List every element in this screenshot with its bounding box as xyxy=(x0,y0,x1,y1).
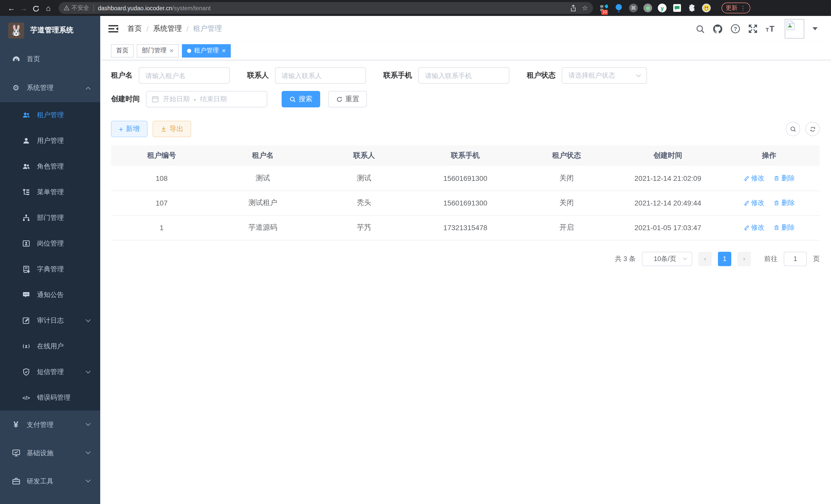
user-avatar[interactable] xyxy=(785,19,804,38)
extension-kite-icon[interactable] xyxy=(614,3,623,12)
font-size-icon[interactable]: TT xyxy=(765,24,778,33)
date-range-picker[interactable]: 开始日期 - 结束日期 xyxy=(146,91,267,108)
sidebar-item-label: 研发工具 xyxy=(27,476,53,486)
cell-status: 关闭 xyxy=(516,190,617,215)
users-icon xyxy=(22,162,31,171)
bookmark-star-icon[interactable]: ☆ xyxy=(582,4,588,12)
sidebar-item-system[interactable]: ⚙ 系统管理 xyxy=(0,73,100,102)
avatar-dropdown-caret-icon[interactable] xyxy=(812,27,818,30)
app-logo[interactable]: 🐰 芋道管理系统 xyxy=(0,16,100,45)
tab-tenant[interactable]: 租户管理 × xyxy=(182,44,231,57)
sidebar-item-label: 错误码管理 xyxy=(37,393,70,402)
sidebar-item-notice[interactable]: 通知公告 xyxy=(0,282,100,308)
close-icon[interactable]: × xyxy=(170,47,173,55)
cell-id: 1 xyxy=(111,215,212,240)
export-button[interactable]: 导出 xyxy=(153,121,191,137)
header-search-icon[interactable] xyxy=(695,24,705,34)
sidebar-item-post[interactable]: 岗位管理 xyxy=(0,231,100,256)
breadcrumb-home[interactable]: 首页 xyxy=(127,24,142,33)
address-bar[interactable]: 不安全 dashboard.yudao.iocoder.cn/system/te… xyxy=(59,2,593,14)
breadcrumb-system[interactable]: 系统管理 xyxy=(153,24,182,33)
add-button[interactable]: + 新增 xyxy=(111,121,147,137)
chevron-down-icon xyxy=(85,370,91,374)
sidebar-item-label: 审计日志 xyxy=(37,316,64,325)
sidebar-item-menu[interactable]: 菜单管理 xyxy=(0,179,100,205)
sidebar-item-pay[interactable]: ¥ 支付管理 xyxy=(0,411,100,439)
chevron-up-icon xyxy=(85,86,91,90)
security-label: 不安全 xyxy=(71,4,89,12)
tab-dept[interactable]: 部门管理 × xyxy=(137,44,179,57)
delete-link[interactable]: 删除 xyxy=(774,174,795,183)
sidebar-item-error-code[interactable]: </> 错误码管理 xyxy=(0,385,100,411)
reset-button[interactable]: 重置 xyxy=(328,91,367,108)
plus-icon: + xyxy=(119,125,123,133)
col-ops: 操作 xyxy=(718,145,820,166)
extension-yudao-icon[interactable]: y xyxy=(658,4,666,12)
sidebar-collapse-icon[interactable] xyxy=(109,25,118,33)
sidebar-item-infra[interactable]: 基础设施 xyxy=(0,439,100,467)
cell-created: 2021-12-14 21:02:09 xyxy=(617,166,718,190)
share-icon[interactable] xyxy=(570,4,577,11)
help-icon[interactable]: ? xyxy=(730,24,741,34)
browser-back-icon[interactable]: ← xyxy=(5,4,18,12)
contact-input[interactable] xyxy=(275,67,366,84)
sidebar-item-tenant[interactable]: 租户管理 xyxy=(0,102,100,128)
breadcrumb-separator: / xyxy=(187,25,189,33)
tenant-name-label: 租户名 xyxy=(111,71,139,80)
edit-link[interactable]: 修改 xyxy=(743,174,765,183)
sidebar-item-label: 字典管理 xyxy=(37,265,64,274)
dashboard-icon xyxy=(11,55,21,63)
cell-phone: 15601691300 xyxy=(415,190,516,215)
edit-link[interactable]: 修改 xyxy=(743,198,765,208)
phone-input[interactable] xyxy=(418,67,509,84)
tab-home[interactable]: 首页 xyxy=(111,44,134,57)
extension-chat-icon[interactable] xyxy=(672,3,682,12)
fullscreen-icon[interactable] xyxy=(748,24,758,34)
sidebar-item-user[interactable]: 用户管理 xyxy=(0,128,100,154)
chat-bubble-icon xyxy=(22,291,31,299)
tenant-name-input[interactable] xyxy=(139,67,230,84)
sidebar-item-dept[interactable]: 部门管理 xyxy=(0,205,100,231)
sidebar-item-dict[interactable]: 字典管理 xyxy=(0,256,100,282)
goto-page-input[interactable] xyxy=(784,251,807,266)
sidebar-item-label: 租户管理 xyxy=(37,111,64,120)
phone-label: 联系手机 xyxy=(383,71,418,80)
status-select[interactable]: 请选择租户状态 xyxy=(562,67,647,84)
extension-grid-icon[interactable]: 10 xyxy=(599,3,608,12)
github-icon[interactable] xyxy=(712,23,723,34)
delete-link-label: 删除 xyxy=(781,174,795,183)
extension-record-icon[interactable] xyxy=(643,4,652,12)
extensions-puzzle-icon[interactable] xyxy=(687,3,696,12)
next-page-button[interactable]: › xyxy=(738,251,751,266)
browser-chrome: ← → ⌂ 不安全 dashboard.yudao.iocoder.cn/sys… xyxy=(0,0,831,16)
sidebar-item-online-users[interactable]: 在线用户 xyxy=(0,333,100,359)
search-button[interactable]: 搜索 xyxy=(282,91,320,108)
delete-link[interactable]: 删除 xyxy=(774,198,795,208)
cell-name: 测试租户 xyxy=(212,190,314,215)
close-icon[interactable]: × xyxy=(222,47,226,55)
page-content: 租户名 联系人 联系手机 租户状态 请选择租户状态 xyxy=(100,60,831,504)
browser-home-icon[interactable]: ⌂ xyxy=(42,4,55,12)
sidebar-item-role[interactable]: 角色管理 xyxy=(0,154,100,179)
page-1-button[interactable]: 1 xyxy=(718,251,731,266)
security-warning[interactable]: 不安全 xyxy=(64,4,89,12)
page-size-select[interactable]: 10条/页 xyxy=(642,251,692,266)
edit-link[interactable]: 修改 xyxy=(743,223,765,232)
sidebar-item-sms[interactable]: 短信管理 xyxy=(0,359,100,385)
cell-name: 芋道源码 xyxy=(212,215,314,240)
toggle-search-icon[interactable] xyxy=(786,122,800,136)
extension-cmd-icon[interactable]: ⌘ xyxy=(629,4,638,12)
browser-reload-icon[interactable] xyxy=(30,4,42,12)
browser-update-button[interactable]: 更新 ⋮ xyxy=(721,3,750,13)
delete-link[interactable]: 删除 xyxy=(774,223,795,232)
sidebar-item-home[interactable]: 首页 xyxy=(0,45,100,73)
sidebar-item-audit-log[interactable]: 审计日志 xyxy=(0,308,100,333)
search-button-label: 搜索 xyxy=(298,94,312,104)
profile-avatar-icon[interactable] xyxy=(702,4,711,12)
refresh-icon[interactable] xyxy=(805,122,820,136)
prev-page-button[interactable]: ‹ xyxy=(698,251,712,266)
sidebar-item-devtools[interactable]: 研发工具 xyxy=(0,467,100,495)
browser-forward-icon[interactable]: → xyxy=(18,4,30,12)
contact-label: 联系人 xyxy=(247,71,275,80)
browser-menu-icon[interactable]: ⋮ xyxy=(740,4,746,11)
